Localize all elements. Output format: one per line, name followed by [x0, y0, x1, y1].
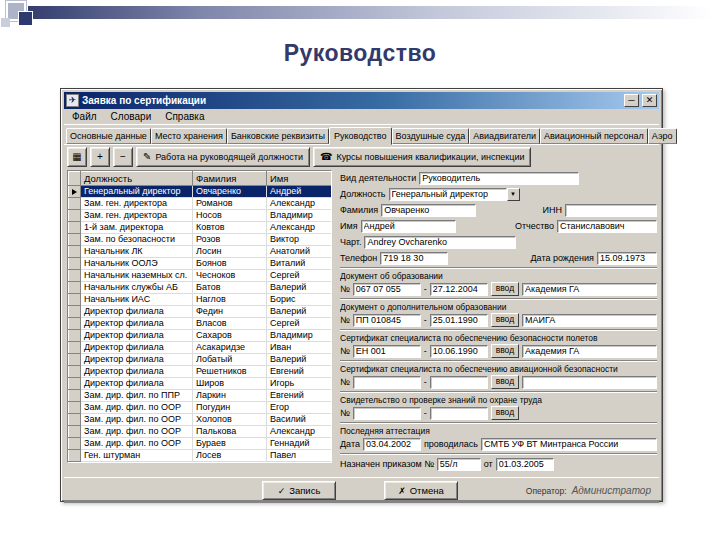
patronymic-input[interactable]: [557, 220, 657, 233]
tab[interactable]: Руководство: [329, 127, 392, 145]
cell-name[interactable]: Валерий: [267, 306, 332, 318]
table-row[interactable]: Зам. ген. директора Носов Владимир: [69, 210, 332, 222]
cell-surname[interactable]: Бураев: [193, 438, 267, 450]
doc-date-input[interactable]: [430, 376, 488, 389]
doc-number-input[interactable]: [353, 345, 421, 358]
cell-position[interactable]: Директор филиала: [81, 378, 193, 390]
doc-enter-button[interactable]: ввод: [491, 375, 519, 389]
cell-position[interactable]: Зам. дир. фил. по ООР: [81, 414, 193, 426]
tab[interactable]: Авиадвигатели: [469, 128, 540, 144]
cell-name[interactable]: Иван: [267, 342, 332, 354]
table-row[interactable]: Генеральный директор Овчаренко Андрей: [69, 186, 332, 198]
cell-surname[interactable]: Чесноков: [193, 270, 267, 282]
chevron-down-icon[interactable]: ▼: [507, 188, 520, 201]
cell-position[interactable]: Начальник ООЛЭ: [81, 258, 193, 270]
table-row[interactable]: Начальник службы АБ Батов Валерий: [69, 282, 332, 294]
cell-name[interactable]: Александр: [267, 426, 332, 438]
cell-position[interactable]: Зам. дир. фил. по ППР: [81, 390, 193, 402]
attestation-by-input[interactable]: [481, 438, 657, 451]
cell-position[interactable]: Зам. ген. директора: [81, 210, 193, 222]
cell-surname[interactable]: Наглов: [193, 294, 267, 306]
menu-item[interactable]: Справка: [158, 110, 211, 123]
table-row[interactable]: Зам. по безопасности Розов Виктор: [69, 234, 332, 246]
cell-name[interactable]: Сергей: [267, 270, 332, 282]
table-row[interactable]: Ген. штурман Лосев Павел: [69, 450, 332, 462]
cell-position[interactable]: 1-й зам. директора: [81, 222, 193, 234]
inn-input[interactable]: [565, 204, 657, 217]
qualification-courses-button[interactable]: ☎ Курсы повышения квалификации, инспекци…: [313, 147, 532, 167]
cell-surname[interactable]: Носов: [193, 210, 267, 222]
cell-position[interactable]: Начальник наземных сл.: [81, 270, 193, 282]
cell-name[interactable]: Александр: [267, 222, 332, 234]
column-header-name[interactable]: Имя: [267, 172, 332, 186]
cell-name[interactable]: Виктор: [267, 234, 332, 246]
table-row[interactable]: Начальник наземных сл. Чесноков Сергей: [69, 270, 332, 282]
doc-date-input[interactable]: [430, 407, 488, 420]
doc-organization-input[interactable]: [522, 345, 657, 358]
table-row[interactable]: Директор филиала Власов Сергей: [69, 318, 332, 330]
birthdate-input[interactable]: [597, 252, 657, 265]
cell-position[interactable]: Зам. дир. фил. по ООР: [81, 402, 193, 414]
name-input[interactable]: [361, 220, 456, 233]
cell-surname[interactable]: Ларкин: [193, 390, 267, 402]
table-row[interactable]: Зам. дир. фил. по ППР Ларкин Евгений: [69, 390, 332, 402]
cell-name[interactable]: Валерий: [267, 354, 332, 366]
cell-surname[interactable]: Сахаров: [193, 330, 267, 342]
table-row[interactable]: Зам. дир. фил. по ООР Погудин Егор: [69, 402, 332, 414]
cell-position[interactable]: Зам. ген. директора: [81, 198, 193, 210]
cell-position[interactable]: Директор филиала: [81, 354, 193, 366]
table-row[interactable]: Зам. ген. директора Романов Александр: [69, 198, 332, 210]
minimize-button[interactable]: ─: [624, 94, 639, 107]
cell-surname[interactable]: Ковтов: [193, 222, 267, 234]
column-header-position[interactable]: Должность: [81, 172, 193, 186]
menu-item[interactable]: Словари: [104, 110, 159, 123]
close-button[interactable]: ✕: [642, 94, 657, 107]
cell-name[interactable]: Борис: [267, 294, 332, 306]
cell-position[interactable]: Ген. штурман: [81, 450, 193, 462]
cell-position[interactable]: Начальник службы АБ: [81, 282, 193, 294]
cell-name[interactable]: Валерий: [267, 282, 332, 294]
doc-enter-button[interactable]: ввод: [491, 344, 519, 358]
cell-position[interactable]: Директор филиала: [81, 366, 193, 378]
tab[interactable]: Банковские реквизиты: [227, 128, 329, 144]
tab[interactable]: Место хранения: [151, 128, 227, 144]
cell-name[interactable]: Анатолий: [267, 246, 332, 258]
attestation-date-input[interactable]: [363, 438, 421, 451]
grid-icon-button[interactable]: ▦: [67, 147, 87, 167]
table-row[interactable]: Директор филиала Лобатый Валерий: [69, 354, 332, 366]
table-row[interactable]: Директор филиала Широв Игорь: [69, 378, 332, 390]
table-row[interactable]: 1-й зам. директора Ковтов Александр: [69, 222, 332, 234]
table-row[interactable]: Зам. дир. фил. по ООР Бураев Геннадий: [69, 438, 332, 450]
cell-surname[interactable]: Лосин: [193, 246, 267, 258]
column-header-surname[interactable]: Фамилия: [193, 172, 267, 186]
cell-position[interactable]: Зам. по безопасности: [81, 234, 193, 246]
doc-enter-button[interactable]: ввод: [491, 282, 519, 296]
delete-record-button[interactable]: −: [113, 147, 133, 167]
table-row[interactable]: Директор филиала Сахаров Владимир: [69, 330, 332, 342]
cell-position[interactable]: Директор филиала: [81, 330, 193, 342]
cell-surname[interactable]: Федин: [193, 306, 267, 318]
doc-organization-input[interactable]: [522, 314, 657, 327]
cell-position[interactable]: Начальник ИАС: [81, 294, 193, 306]
cell-surname[interactable]: Овчаренко: [193, 186, 267, 198]
table-row[interactable]: Начальник ООЛЭ Боянов Виталий: [69, 258, 332, 270]
cell-name[interactable]: Андрей: [267, 186, 332, 198]
cell-surname[interactable]: Холопов: [193, 414, 267, 426]
position-combobox[interactable]: ▼: [389, 188, 520, 201]
table-row[interactable]: Начальник ЛК Лосин Анатолий: [69, 246, 332, 258]
doc-organization-input[interactable]: [522, 283, 657, 296]
table-row[interactable]: Директор филиала Федин Валерий: [69, 306, 332, 318]
cell-name[interactable]: Евгений: [267, 366, 332, 378]
table-row[interactable]: Зам. дир. фил. по ООР Холопов Василий: [69, 414, 332, 426]
cell-name[interactable]: Виталий: [267, 258, 332, 270]
cancel-button[interactable]: ✗ Отмена: [384, 481, 458, 500]
cell-surname[interactable]: Боянов: [193, 258, 267, 270]
doc-date-input[interactable]: [430, 345, 488, 358]
activity-input[interactable]: [419, 172, 579, 185]
cell-surname[interactable]: Розов: [193, 234, 267, 246]
latin-name-input[interactable]: [364, 236, 516, 249]
cell-surname[interactable]: Лосев: [193, 450, 267, 462]
cell-surname[interactable]: Погудин: [193, 402, 267, 414]
cell-name[interactable]: Геннадий: [267, 438, 332, 450]
cell-position[interactable]: Зам. дир. фил. по ООР: [81, 426, 193, 438]
